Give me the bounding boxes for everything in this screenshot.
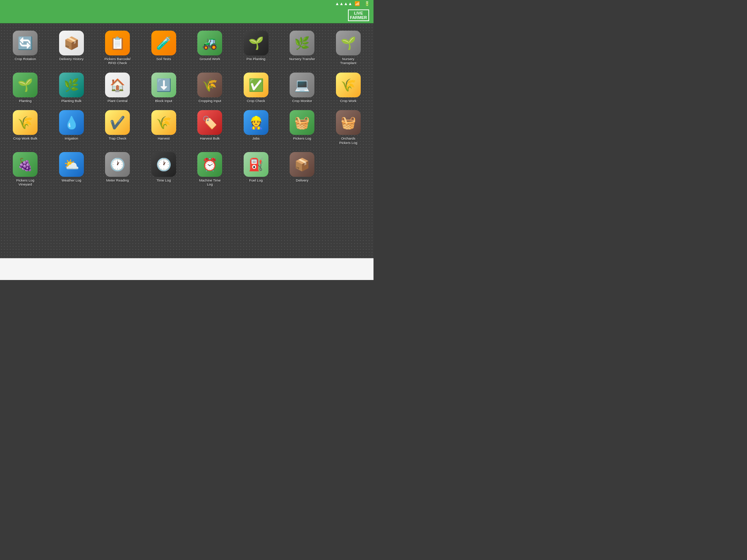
icon-item-pre-planting[interactable]: 🌱Pre Planting [234, 29, 279, 67]
icon-box-ground-work: 🚜 [197, 31, 222, 55]
icon-label-planting: Planting [19, 99, 31, 103]
icon-box-time-log: 🕐 [151, 152, 176, 177]
icon-label-harvest-bulk: Harvest Bulk [200, 136, 220, 140]
icon-label-pre-planting: Pre Planting [247, 57, 266, 61]
main-content: 🔄Crop Rotation📦Delivery History📋Pickers … [0, 23, 374, 258]
icon-label-crop-check: Crop Check [247, 99, 265, 103]
icon-item-time-log[interactable]: 🕐Time Log [142, 151, 186, 188]
icon-item-orchards-pickers-log[interactable]: 🧺Orchards Pickers Log [326, 109, 371, 146]
icon-box-delivery: 📦 [290, 152, 314, 177]
icon-label-time-log: Time Log [156, 178, 171, 182]
icon-label-meter-reading: Meter Reading [106, 178, 129, 182]
icon-box-jobs: 👷 [244, 110, 268, 135]
icon-label-orchards-pickers-log: Orchards Pickers Log [335, 136, 361, 145]
icon-item-jobs[interactable]: 👷Jobs [234, 109, 279, 146]
icon-item-machine-time-log[interactable]: ⏰Machine Time Log [187, 151, 232, 188]
icon-label-nursery-transfer: Nursery Transfer [289, 57, 315, 61]
icon-box-orchards-pickers-log: 🧺 [336, 110, 361, 135]
icon-label-machine-time-log: Machine Time Log [197, 178, 223, 187]
icon-item-meter-reading[interactable]: 🕐Meter Reading [95, 151, 140, 188]
icon-box-pickers-log-vineyard: 🍇 [13, 152, 38, 177]
icon-label-crop-work: Crop Work [340, 99, 356, 103]
icon-item-plant-central[interactable]: 🏠Plant Central [95, 71, 140, 104]
icon-box-weather-log: ⛅ [59, 152, 84, 177]
icon-box-plant-central: 🏠 [105, 73, 130, 97]
icon-item-nursery-transfer[interactable]: 🌿Nursery Transfer [280, 29, 325, 67]
icon-box-pickers-barcode: 📋 [105, 31, 130, 55]
icon-item-crop-monitor[interactable]: 💻Crop Monitor [280, 71, 325, 104]
icon-box-trap-check: ✔️ [105, 110, 130, 135]
icon-label-plant-central: Plant Central [108, 99, 128, 103]
icon-item-planting[interactable]: 🌱Planting [3, 71, 48, 104]
icon-box-irrigation: 💧 [59, 110, 84, 135]
icon-label-crop-monitor: Crop Monitor [292, 99, 312, 103]
icon-box-fuel-log: ⛽ [244, 152, 268, 177]
icon-box-meter-reading: 🕐 [105, 152, 130, 177]
icon-label-fuel-log: Fuel Log [249, 178, 263, 182]
icon-box-crop-monitor: 💻 [290, 73, 314, 97]
icon-label-irrigation: Irrigation [65, 136, 78, 140]
icon-box-harvest-bulk: 🏷️ [197, 110, 222, 135]
icon-label-jobs: Jobs [252, 136, 260, 140]
icon-label-harvest: Harvest [158, 136, 170, 140]
app-logo: LIVEFARMER [348, 9, 369, 21]
icon-item-soil-tests[interactable]: 🧪Soil Tests [142, 29, 186, 67]
icon-item-planting-bulk[interactable]: 🌿Planting Bulk [49, 71, 94, 104]
icon-item-irrigation[interactable]: 💧Irrigation [49, 109, 94, 146]
icon-label-nursery-transplant: Nursery Transplant [335, 57, 361, 65]
icon-box-nursery-transfer: 🌿 [290, 31, 314, 55]
icon-label-pickers-log-vineyard: Pickers Log Vineyard [12, 178, 38, 187]
icon-box-crop-check: ✅ [244, 73, 268, 97]
wifi-label: 📶 [355, 1, 360, 6]
header: LIVEFARMER [0, 7, 374, 23]
status-bar: ▲▲▲▲ 📶 🔋 [0, 0, 374, 7]
icon-item-pickers-barcode[interactable]: 📋Pickers Barcode/ RFID Check [95, 29, 140, 67]
icon-box-pickers-log: 🧺 [290, 110, 314, 135]
icon-label-weather-log: Weather Log [62, 178, 81, 182]
icon-label-delivery: Delivery [296, 178, 308, 182]
icon-label-block-input: Block Input [155, 99, 172, 103]
icon-label-trap-check: Trap Check [109, 136, 127, 140]
icon-item-crop-rotation[interactable]: 🔄Crop Rotation [3, 29, 48, 67]
icon-item-ground-work[interactable]: 🚜Ground Work [187, 29, 232, 67]
icon-item-nursery-transplant[interactable]: 🌱Nursery Transplant [326, 29, 371, 67]
icon-item-cropping-input[interactable]: 🌾Cropping Input [187, 71, 232, 104]
icon-label-soil-tests: Soil Tests [156, 57, 171, 61]
icon-item-harvest[interactable]: 🌾Harvest [142, 109, 186, 146]
icon-item-delivery[interactable]: 📦Delivery [280, 151, 325, 188]
status-right: ▲▲▲▲ 📶 🔋 [335, 1, 370, 6]
icon-box-planting: 🌱 [13, 73, 38, 97]
icon-box-pre-planting: 🌱 [244, 31, 268, 55]
icon-label-delivery-history: Delivery History [59, 57, 84, 61]
icon-label-pickers-barcode: Pickers Barcode/ RFID Check [104, 57, 131, 65]
icon-item-trap-check[interactable]: ✔️Trap Check [95, 109, 140, 146]
icon-label-cropping-input: Cropping Input [198, 99, 221, 103]
icon-item-crop-work-bulk[interactable]: 🌾Crop Work Bulk [3, 109, 48, 146]
icon-item-pickers-log[interactable]: 🧺Pickers Log [280, 109, 325, 146]
icon-item-weather-log[interactable]: ⛅Weather Log [49, 151, 94, 188]
icon-box-planting-bulk: 🌿 [59, 73, 84, 97]
icon-item-fuel-log[interactable]: ⛽Fuel Log [234, 151, 279, 188]
icon-box-block-input: ⬇️ [151, 73, 176, 97]
icon-item-block-input[interactable]: ⬇️Block Input [142, 71, 186, 104]
icon-box-machine-time-log: ⏰ [197, 152, 222, 177]
battery-icon: 🔋 [364, 1, 370, 6]
icon-label-planting-bulk: Planting Bulk [61, 99, 81, 103]
icon-item-pickers-log-vineyard[interactable]: 🍇Pickers Log Vineyard [3, 151, 48, 188]
tab-bar [0, 258, 374, 280]
icon-box-delivery-history: 📦 [59, 31, 84, 55]
icon-box-cropping-input: 🌾 [197, 73, 222, 97]
icon-label-crop-rotation: Crop Rotation [15, 57, 36, 61]
icon-item-crop-check[interactable]: ✅Crop Check [234, 71, 279, 104]
icon-label-pickers-log: Pickers Log [293, 136, 311, 140]
icon-grid: 🔄Crop Rotation📦Delivery History📋Pickers … [3, 29, 371, 188]
icon-box-harvest: 🌾 [151, 110, 176, 135]
icon-box-soil-tests: 🧪 [151, 31, 176, 55]
icon-label-ground-work: Ground Work [200, 57, 220, 61]
icon-label-crop-work-bulk: Crop Work Bulk [13, 136, 37, 140]
icon-item-delivery-history[interactable]: 📦Delivery History [49, 29, 94, 67]
icon-item-harvest-bulk[interactable]: 🏷️Harvest Bulk [187, 109, 232, 146]
icon-item-crop-work[interactable]: 🌾Crop Work [326, 71, 371, 104]
icon-box-crop-work: 🌾 [336, 73, 361, 97]
wifi-icon: ▲▲▲▲ [335, 1, 352, 6]
